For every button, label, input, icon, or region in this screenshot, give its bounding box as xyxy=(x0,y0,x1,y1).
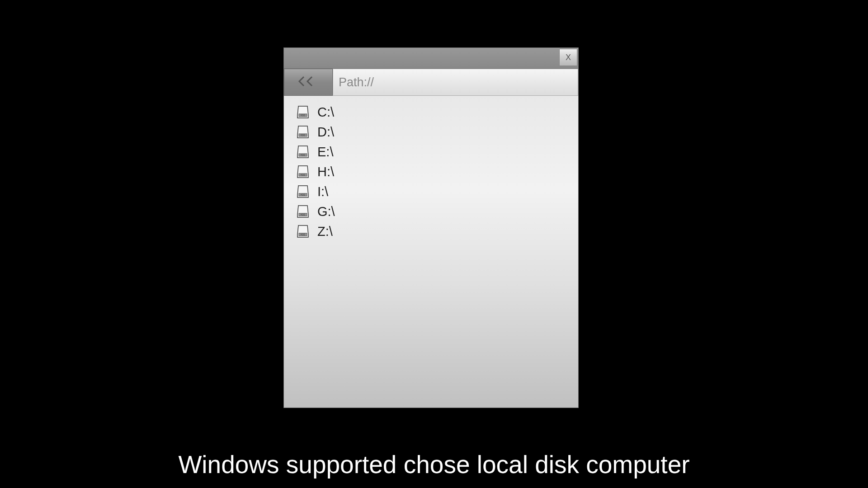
drive-item[interactable]: HDD D:\ xyxy=(297,124,566,140)
dialog-toolbar: Path:// xyxy=(284,69,578,96)
back-arrows-icon xyxy=(297,75,319,89)
close-icon: X xyxy=(566,53,571,62)
drive-label: Z:\ xyxy=(317,224,333,239)
path-text: Path:// xyxy=(339,75,374,89)
hdd-icon: HDD xyxy=(297,205,309,218)
drive-item[interactable]: HDD Z:\ xyxy=(297,223,566,239)
dialog-content: HDD C:\ HDD D:\ xyxy=(284,96,578,408)
back-button[interactable] xyxy=(284,69,333,96)
svg-text:HDD: HDD xyxy=(301,134,306,136)
drive-label: C:\ xyxy=(317,105,334,120)
drive-label: D:\ xyxy=(317,125,334,140)
drive-item[interactable]: HDD E:\ xyxy=(297,144,566,160)
hdd-icon: HDD xyxy=(297,145,309,159)
hdd-icon: HDD xyxy=(297,185,309,198)
path-input[interactable]: Path:// xyxy=(333,69,578,96)
drive-item[interactable]: HDD H:\ xyxy=(297,164,566,180)
svg-text:HDD: HDD xyxy=(301,193,306,196)
close-button[interactable]: X xyxy=(559,49,577,66)
drive-label: E:\ xyxy=(317,145,333,160)
caption-text: Windows supported chose local disk compu… xyxy=(0,450,868,488)
svg-text:HDD: HDD xyxy=(301,213,306,216)
hdd-icon: HDD xyxy=(297,125,309,139)
svg-text:HDD: HDD xyxy=(301,114,306,117)
hdd-icon: HDD xyxy=(297,105,309,119)
dialog-titlebar: X xyxy=(284,48,578,69)
file-browser-dialog: X Path:// HDD xyxy=(283,47,579,408)
drive-item[interactable]: HDD C:\ xyxy=(297,104,566,120)
svg-text:HDD: HDD xyxy=(301,154,306,156)
svg-text:HDD: HDD xyxy=(301,233,306,236)
svg-text:HDD: HDD xyxy=(301,174,306,176)
hdd-icon: HDD xyxy=(297,225,309,238)
drive-list: HDD C:\ HDD D:\ xyxy=(297,104,566,239)
drive-label: G:\ xyxy=(317,204,335,219)
drive-item[interactable]: HDD I:\ xyxy=(297,183,566,200)
drive-item[interactable]: HDD G:\ xyxy=(297,203,566,220)
hdd-icon: HDD xyxy=(297,165,309,178)
drive-label: I:\ xyxy=(317,184,328,199)
drive-label: H:\ xyxy=(317,164,334,179)
